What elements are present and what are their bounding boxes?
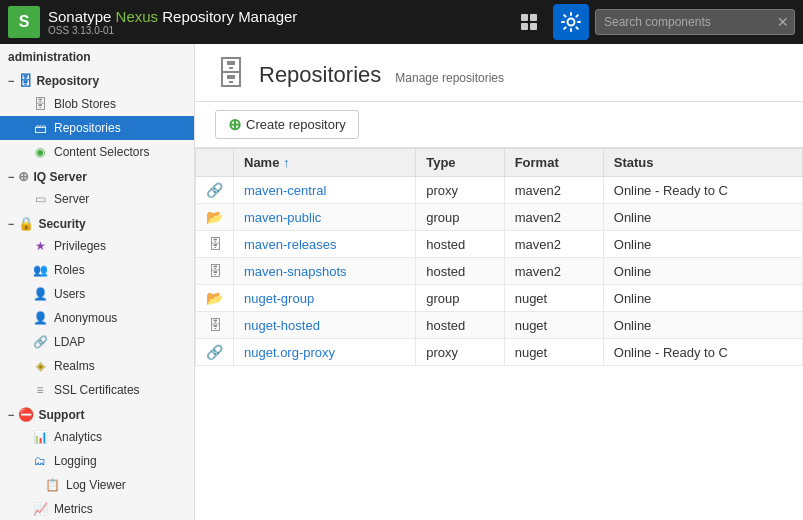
sidebar: administration − 🗄 Repository 🗄 Blob Sto…: [0, 44, 195, 520]
sidebar-group-support[interactable]: − ⛔ Support: [0, 402, 194, 425]
collapse-repository-icon: −: [8, 75, 14, 87]
topbar: S Sonatype Nexus Repository Manager OSS …: [0, 0, 803, 44]
row-type: proxy: [416, 339, 504, 366]
create-button-label: Create repository: [246, 117, 346, 132]
row-status: Online - Ready to C: [603, 339, 802, 366]
sidebar-label-ssl: SSL Certificates: [54, 383, 140, 397]
col-format[interactable]: Format: [504, 149, 603, 177]
topbar-icons: ✕: [511, 4, 795, 40]
sidebar-label-ldap: LDAP: [54, 335, 85, 349]
sidebar-group-security[interactable]: − 🔒 Security: [0, 211, 194, 234]
sidebar-group-iq-server[interactable]: − ⊕ IQ Server: [0, 164, 194, 187]
toolbar: ⊕ Create repository: [195, 102, 803, 148]
svg-point-4: [568, 19, 575, 26]
svg-rect-0: [521, 14, 528, 21]
col-type[interactable]: Type: [416, 149, 504, 177]
repositories-table: Name ↑ Type Format Status 🔗 maven-centra…: [195, 148, 803, 366]
admin-header: administration: [0, 44, 194, 68]
create-repository-button[interactable]: ⊕ Create repository: [215, 110, 359, 139]
col-icon: [196, 149, 234, 177]
sidebar-item-content-selectors[interactable]: ◉ Content Selectors: [0, 140, 194, 164]
sidebar-label-repositories: Repositories: [54, 121, 121, 135]
table-row[interactable]: 🗄 maven-releases hosted maven2 Online: [196, 231, 803, 258]
sidebar-label-blob-stores: Blob Stores: [54, 97, 116, 111]
row-icon-cell: 🗄: [196, 231, 234, 258]
row-type: hosted: [416, 231, 504, 258]
roles-icon: 👥: [32, 262, 48, 278]
app-version: OSS 3.13.0-01: [48, 25, 503, 36]
repositories-icon: 🗃: [32, 120, 48, 136]
users-icon: 👤: [32, 286, 48, 302]
page-subtitle: Manage repositories: [395, 71, 504, 85]
sidebar-item-log-viewer[interactable]: 📋 Log Viewer: [0, 473, 194, 497]
row-icon-cell: 🗄: [196, 258, 234, 285]
sidebar-item-ssl-certificates[interactable]: ≡ SSL Certificates: [0, 378, 194, 402]
table-header: Name ↑ Type Format Status: [196, 149, 803, 177]
row-name[interactable]: maven-snapshots: [234, 258, 416, 285]
sidebar-item-logging[interactable]: 🗂 Logging: [0, 449, 194, 473]
browse-icon-btn[interactable]: [511, 4, 547, 40]
sidebar-group-label-iq: IQ Server: [33, 170, 86, 184]
sidebar-item-privileges[interactable]: ★ Privileges: [0, 234, 194, 258]
svg-rect-1: [530, 14, 537, 21]
main-content: 🗄 Repositories Manage repositories ⊕ Cre…: [195, 44, 803, 520]
create-plus-icon: ⊕: [228, 115, 241, 134]
row-format: maven2: [504, 258, 603, 285]
collapse-iq-icon: −: [8, 171, 14, 183]
log-viewer-icon: 📋: [44, 477, 60, 493]
sidebar-item-blob-stores[interactable]: 🗄 Blob Stores: [0, 92, 194, 116]
sidebar-item-users[interactable]: 👤 Users: [0, 282, 194, 306]
page-header: 🗄 Repositories Manage repositories: [195, 44, 803, 102]
logo-box: S: [8, 6, 40, 38]
sidebar-item-repositories[interactable]: 🗃 Repositories: [0, 116, 194, 140]
row-name[interactable]: nuget-hosted: [234, 312, 416, 339]
sidebar-item-realms[interactable]: ◈ Realms: [0, 354, 194, 378]
blob-stores-icon: 🗄: [32, 96, 48, 112]
sidebar-label-privileges: Privileges: [54, 239, 106, 253]
table-row[interactable]: 🗄 maven-snapshots hosted maven2 Online: [196, 258, 803, 285]
row-name[interactable]: maven-central: [234, 177, 416, 204]
sidebar-label-roles: Roles: [54, 263, 85, 277]
admin-icon-btn[interactable]: [553, 4, 589, 40]
search-container: ✕: [595, 9, 795, 35]
row-name[interactable]: nuget-group: [234, 285, 416, 312]
sidebar-label-content-selectors: Content Selectors: [54, 145, 149, 159]
sidebar-group-label-security: Security: [38, 217, 85, 231]
sidebar-item-analytics[interactable]: 📊 Analytics: [0, 425, 194, 449]
security-icon: 🔒: [18, 216, 34, 231]
row-type: group: [416, 285, 504, 312]
sidebar-label-log-viewer: Log Viewer: [66, 478, 126, 492]
col-name[interactable]: Name ↑: [234, 149, 416, 177]
table-body: 🔗 maven-central proxy maven2 Online - Re…: [196, 177, 803, 366]
row-name[interactable]: nuget.org-proxy: [234, 339, 416, 366]
row-name[interactable]: maven-releases: [234, 231, 416, 258]
row-type: hosted: [416, 312, 504, 339]
sidebar-item-metrics[interactable]: 📈 Metrics: [0, 497, 194, 520]
row-format: maven2: [504, 231, 603, 258]
table-row[interactable]: 🔗 nuget.org-proxy proxy nuget Online - R…: [196, 339, 803, 366]
sidebar-item-anonymous[interactable]: 👤 Anonymous: [0, 306, 194, 330]
sidebar-group-repository[interactable]: − 🗄 Repository: [0, 68, 194, 92]
sidebar-item-ldap[interactable]: 🔗 LDAP: [0, 330, 194, 354]
table-row[interactable]: 🗄 nuget-hosted hosted nuget Online: [196, 312, 803, 339]
row-icon-cell: 📂: [196, 285, 234, 312]
search-input[interactable]: [595, 9, 795, 35]
table-row[interactable]: 📂 nuget-group group nuget Online: [196, 285, 803, 312]
repository-folder-icon: 🗄: [18, 73, 32, 89]
sidebar-item-roles[interactable]: 👥 Roles: [0, 258, 194, 282]
row-name[interactable]: maven-public: [234, 204, 416, 231]
search-clear-icon[interactable]: ✕: [777, 14, 789, 30]
page-title: Repositories: [259, 62, 381, 88]
analytics-icon: 📊: [32, 429, 48, 445]
col-status[interactable]: Status: [603, 149, 802, 177]
sidebar-group-label-repository: Repository: [36, 74, 99, 88]
row-format: maven2: [504, 177, 603, 204]
table-row[interactable]: 🔗 maven-central proxy maven2 Online - Re…: [196, 177, 803, 204]
row-format: nuget: [504, 312, 603, 339]
svg-rect-2: [521, 23, 528, 30]
row-icon-cell: 🔗: [196, 177, 234, 204]
row-format: nuget: [504, 285, 603, 312]
app-title: Sonatype Nexus Repository Manager: [48, 8, 503, 25]
table-row[interactable]: 📂 maven-public group maven2 Online: [196, 204, 803, 231]
sidebar-item-server[interactable]: ▭ Server: [0, 187, 194, 211]
